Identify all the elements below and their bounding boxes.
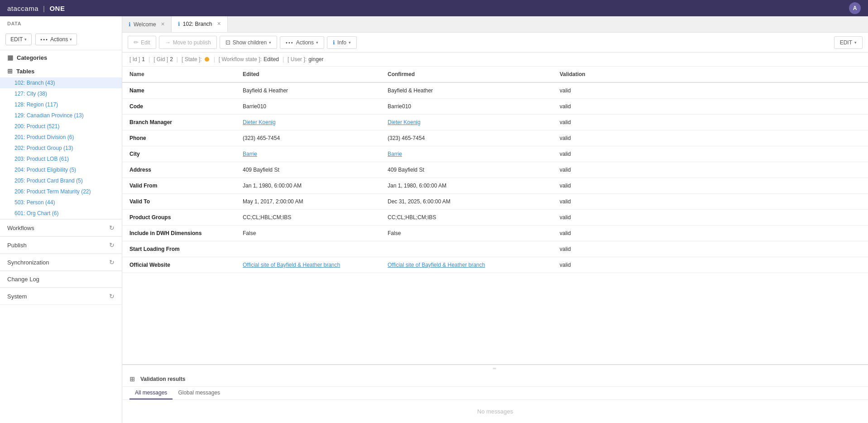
content-area: ℹWelcome✕ℹ102: Branch✕ ✏ Edit → Move to … [122, 16, 868, 423]
bottom-content: No messages [122, 400, 868, 423]
actions-button[interactable]: ••• Actions ▾ [280, 36, 324, 49]
dots-icon: ••• [286, 40, 294, 45]
field-validation: valid [552, 178, 868, 194]
field-confirmed: False [380, 226, 552, 241]
table-row: Address409 Bayfield St409 Bayfield Stval… [122, 162, 868, 178]
field-name: Code [122, 99, 235, 115]
tab-close-button[interactable]: ✕ [217, 21, 221, 27]
refresh-icon[interactable]: ↻ [109, 224, 115, 231]
state-dot [205, 57, 209, 62]
field-edited[interactable]: Barrie [235, 146, 380, 162]
info-button[interactable]: ℹ Info ▾ [327, 36, 357, 49]
sidebar-edit-button[interactable]: EDIT ▾ [5, 34, 32, 45]
sidebar-table-item[interactable]: 205: Product Card Brand (5) [0, 175, 122, 186]
field-name: Valid To [122, 194, 235, 210]
sidebar-nav-list: Workflows↻Publish↻Synchronization↻Change… [0, 219, 122, 305]
field-edited: 409 Bayfield St [235, 162, 380, 178]
field-confirmed: Barrie010 [380, 99, 552, 115]
field-name: Official Website [122, 257, 235, 273]
toolbar-left: ✏ Edit → Move to publish ⊡ Show children… [128, 36, 357, 49]
avatar[interactable]: A [849, 2, 861, 14]
col-name: Name [122, 67, 235, 82]
sidebar-table-item[interactable]: 206: Product Term Maturity (22) [0, 186, 122, 197]
sidebar-table-item[interactable]: 202: Product Group (13) [0, 143, 122, 154]
field-edited[interactable]: Dieter Koenig [235, 115, 380, 130]
sidebar-categories-label: Categories [17, 54, 47, 61]
sidebar-actions-button[interactable]: ••• Actions ▾ [35, 34, 77, 45]
sidebar-table-item[interactable]: 601: Org Chart (6) [0, 208, 122, 219]
table-row: Product GroupsCC;CL;HBL;CM;IBSCC;CL;HBL;… [122, 210, 868, 226]
sidebar-tables-header[interactable]: ⊞ Tables [0, 65, 122, 77]
info-icon: ℹ [333, 39, 335, 46]
bottom-tab-global-messages[interactable]: Global messages [173, 387, 225, 399]
sidebar-table-item[interactable]: 503: Person (44) [0, 197, 122, 208]
chevron-down-icon: ▾ [349, 40, 351, 45]
sidebar-table-item[interactable]: 203: Product LOB (61) [0, 154, 122, 164]
field-confirmed[interactable]: Barrie [380, 146, 552, 162]
field-edited: Barrie010 [235, 99, 380, 115]
sidebar-table-item[interactable]: 200: Product (521) [0, 121, 122, 132]
sidebar-table-item[interactable]: 128: Region (117) [0, 99, 122, 110]
col-edited: Edited [235, 67, 380, 82]
col-validation: Validation [552, 67, 868, 82]
id-value: 1 [142, 56, 145, 62]
no-messages-label: No messages [477, 408, 513, 415]
field-confirmed [380, 241, 552, 257]
field-validation: valid [552, 82, 868, 99]
show-children-label: Show children [233, 39, 267, 46]
sidebar-tables-label: Tables [16, 68, 34, 75]
nav-right: ↻ [109, 259, 115, 266]
edit-right-button[interactable]: EDIT ▾ [834, 36, 863, 49]
table-body: NameBayfield & HeatherBayfield & Heather… [122, 82, 868, 273]
field-validation: valid [552, 162, 868, 178]
refresh-icon[interactable]: ↻ [109, 293, 115, 300]
move-to-publish-label: Move to publish [173, 39, 211, 46]
bottom-tab-all-messages[interactable]: All messages [129, 387, 173, 399]
table-row: Phone(323) 465-7454(323) 465-7454valid [122, 130, 868, 146]
toolbar: ✏ Edit → Move to publish ⊡ Show children… [122, 33, 868, 53]
sidebar-section-header: Data [0, 16, 122, 29]
sidebar-table-item[interactable]: 204: Product Eligibility (5) [0, 164, 122, 175]
sidebar-table-item[interactable]: 129: Canadian Province (13) [0, 110, 122, 121]
sidebar-categories[interactable]: ▦ Categories [0, 50, 122, 65]
sidebar-nav-item-system[interactable]: System↻ [0, 288, 122, 304]
tab-102branch[interactable]: ℹ102: Branch✕ [172, 16, 228, 32]
refresh-icon[interactable]: ↻ [109, 259, 115, 266]
table-header-row: Name Edited Confirmed Validation [122, 67, 868, 82]
field-edited[interactable]: Official site of Bayfield & Heather bran… [235, 257, 380, 273]
refresh-icon[interactable]: ↻ [109, 241, 115, 249]
resize-handle[interactable]: ═ [122, 365, 868, 372]
sidebar-nav-label: Synchronization [7, 259, 49, 266]
field-confirmed[interactable]: Dieter Koenig [380, 115, 552, 130]
sidebar-nav-item-workflows[interactable]: Workflows↻ [0, 219, 122, 236]
tab-close-button[interactable]: ✕ [161, 21, 165, 27]
field-validation: valid [552, 257, 868, 273]
field-edited: CC;CL;HBL;CM;IBS [235, 210, 380, 226]
field-name: Include in DWH Dimensions [122, 226, 235, 241]
bottom-panel: ═ ⊞ Validation results All messagesGloba… [122, 364, 868, 423]
field-confirmed[interactable]: Official site of Bayfield & Heather bran… [380, 257, 552, 273]
sidebar-table-item[interactable]: 127: City (38) [0, 88, 122, 99]
field-confirmed: (323) 465-7454 [380, 130, 552, 146]
sidebar-actions-label: Actions [50, 36, 68, 43]
table-row: CityBarrieBarrievalid [122, 146, 868, 162]
field-edited: False [235, 226, 380, 241]
sidebar-nav-item-publish[interactable]: Publish↻ [0, 236, 122, 253]
sidebar-nav-item-change-log[interactable]: Change Log [0, 271, 122, 287]
move-to-publish-button[interactable]: → Move to publish [159, 36, 217, 49]
table-row: Valid FromJan 1, 1980, 6:00:00 AMJan 1, … [122, 178, 868, 194]
field-validation: valid [552, 130, 868, 146]
field-validation: valid [552, 210, 868, 226]
show-children-button[interactable]: ⊡ Show children ▾ [220, 36, 277, 49]
sidebar-nav-item-synchronization[interactable]: Synchronization↻ [0, 254, 122, 270]
tab-welcome[interactable]: ℹWelcome✕ [122, 16, 172, 32]
sidebar-table-item[interactable]: 102: Branch (43) [0, 77, 122, 88]
edit-button[interactable]: ✏ Edit [128, 36, 156, 49]
resize-dots-icon: ═ [493, 366, 497, 371]
user-value: ginger [308, 56, 323, 62]
sidebar-table-item[interactable]: 201: Product Division (6) [0, 132, 122, 143]
chevron-down-icon: ▾ [269, 40, 271, 45]
sidebar-nav-label: Change Log [7, 276, 39, 283]
data-table-container: Name Edited Confirmed Validation NameBay… [122, 67, 868, 364]
field-name: Name [122, 82, 235, 99]
